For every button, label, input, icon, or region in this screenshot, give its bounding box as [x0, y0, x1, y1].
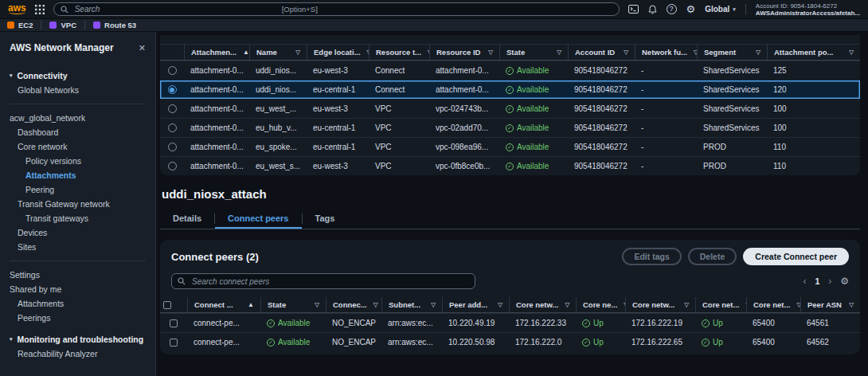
sidebar-item-attachments[interactable]: Attachments: [0, 296, 155, 311]
help-icon[interactable]: ?: [667, 4, 677, 14]
row-radio[interactable]: [168, 123, 177, 132]
sort-filter-icon[interactable]: ▽: [498, 301, 502, 308]
sort-filter-icon[interactable]: ▽: [295, 49, 300, 56]
column-header-connec[interactable]: Connec...▽: [326, 297, 381, 312]
sidebar-item-devices[interactable]: Devices: [0, 225, 155, 240]
table-row[interactable]: attachment-0...eu_west_...eu-west-3VPCvp…: [160, 99, 860, 118]
sort-filter-icon[interactable]: ▽: [684, 301, 689, 308]
column-header-core-netw[interactable]: Core netw...▽: [509, 297, 576, 312]
sort-filter-icon[interactable]: ▽: [488, 49, 493, 56]
sidebar-item-reachability-analyzer[interactable]: Reachability Analyzer: [0, 347, 155, 361]
column-header-core-ne[interactable]: Core ne...▽: [576, 297, 625, 312]
sidebar-item-core-network[interactable]: Core network: [0, 139, 155, 154]
row-checkbox[interactable]: [170, 339, 178, 347]
sidebar-item-transit-gateway-network[interactable]: Transit Gateway network: [0, 197, 155, 211]
notifications-bell-icon[interactable]: [648, 5, 657, 14]
sidebar-item-peerings[interactable]: Peerings: [0, 311, 155, 325]
column-header-edge-locati[interactable]: Edge locati...▽: [307, 45, 369, 60]
next-page-icon[interactable]: ›: [828, 276, 831, 287]
sidebar-item-dashboard[interactable]: Dashboard: [0, 125, 155, 139]
column-header-core-netw[interactable]: Core netw...▽: [625, 297, 695, 312]
column-header-core-net[interactable]: Core net...▽: [746, 297, 800, 312]
connect-peers-search-input[interactable]: [190, 276, 469, 287]
sidebar-item-settings[interactable]: Settings: [0, 268, 155, 282]
sort-filter-icon[interactable]: ▽: [315, 301, 319, 308]
sort-filter-icon[interactable]: ▽: [557, 49, 561, 56]
table-row[interactable]: connect-pe...✓AvailableNO_ENCAParn:aws:e…: [160, 313, 860, 332]
sidebar-item-policy-versions[interactable]: Policy versions: [0, 154, 155, 168]
column-header-segment[interactable]: Segment▽: [697, 45, 767, 60]
column-header-peer-asn[interactable]: Peer ASN▽: [800, 297, 860, 312]
sort-filter-icon[interactable]: ▽: [373, 301, 378, 308]
column-header-connect[interactable]: Connect ...▲: [187, 297, 260, 312]
sidebar-item-attachments[interactable]: Attachments: [0, 168, 155, 182]
cell-core-netw: 172.16.222.33: [509, 314, 576, 332]
sort-ascending-icon[interactable]: ▲: [243, 49, 249, 56]
table-row[interactable]: connect-pe...✓AvailableNO_ENCAParn:aws:e…: [160, 332, 860, 351]
favorite-ec2[interactable]: EC2: [7, 21, 41, 29]
sort-filter-icon[interactable]: ▽: [624, 49, 628, 56]
aws-logo[interactable]: aws: [8, 4, 26, 14]
sidebar-item-monitoring-and-troubleshooting[interactable]: ▾Monitoring and troubleshooting: [0, 332, 155, 347]
settings-gear-icon[interactable]: ⚙: [686, 4, 696, 14]
select-all-checkbox[interactable]: [163, 301, 171, 309]
sort-filter-icon[interactable]: ▽: [849, 301, 854, 308]
favorite-route-53[interactable]: Route 53: [84, 21, 144, 29]
column-header-attachment-po[interactable]: Attachment po...▽: [767, 45, 860, 60]
selection-column-header[interactable]: [160, 297, 187, 312]
table-row[interactable]: attachment-0...eu_west_s...eu-west-3VPCv…: [160, 156, 860, 175]
sort-filter-icon[interactable]: ▽: [431, 301, 436, 308]
prev-page-icon[interactable]: ‹: [803, 276, 806, 287]
sort-filter-icon[interactable]: ▽: [849, 49, 854, 56]
region-selector[interactable]: Global▾: [705, 5, 736, 14]
table-preferences-icon[interactable]: ⚙: [840, 276, 849, 287]
row-checkbox[interactable]: [170, 319, 178, 327]
sidebar-item-shared-by-me[interactable]: Shared by me: [0, 282, 155, 296]
global-search[interactable]: [Option+S]: [53, 2, 620, 16]
table-row[interactable]: attachment-0...uddi_nios...eu-west-3Conn…: [160, 61, 860, 80]
sort-filter-icon[interactable]: ▽: [756, 49, 760, 56]
column-header-resource-t[interactable]: Resource t...▽: [369, 45, 429, 60]
row-radio[interactable]: [168, 66, 177, 75]
row-radio[interactable]: [168, 162, 177, 170]
table-row[interactable]: attachment-0...eu_hub_v...eu-central-1VP…: [160, 118, 860, 137]
cloudshell-icon[interactable]: [628, 5, 639, 14]
column-header-state[interactable]: State▽: [260, 297, 326, 312]
column-header-state[interactable]: State▽: [499, 45, 568, 60]
column-header-resource-id[interactable]: Resource ID▽: [429, 45, 499, 60]
edit-tags-button[interactable]: Edit tags: [622, 248, 681, 265]
sidebar-item-connectivity[interactable]: ▾Connectivity: [0, 69, 155, 83]
column-header-core-net[interactable]: Core net...▽: [695, 297, 746, 312]
tab-tags[interactable]: Tags: [303, 208, 348, 229]
sidebar-item-transit-gateways[interactable]: Transit gateways: [0, 211, 155, 225]
search-input[interactable]: [73, 4, 612, 14]
column-header-subnet[interactable]: Subnet...▽: [381, 297, 442, 312]
delete-button[interactable]: Delete: [688, 248, 737, 265]
page-number[interactable]: 1: [815, 276, 819, 286]
sidebar-item-sites[interactable]: Sites: [0, 240, 155, 254]
sort-filter-icon[interactable]: ▽: [565, 301, 570, 308]
sidebar-item-peering[interactable]: Peering: [0, 182, 155, 197]
tab-details[interactable]: Details: [160, 208, 214, 229]
sidebar-item-acw-global-network[interactable]: acw_global_network: [0, 111, 155, 125]
row-radio[interactable]: [168, 85, 177, 94]
column-header-attachmen[interactable]: Attachmen...▲: [184, 45, 249, 60]
row-radio[interactable]: [168, 143, 177, 151]
sidebar-item-global-networks[interactable]: Global Networks: [0, 83, 155, 97]
favorite-vpc[interactable]: VPC: [41, 21, 84, 29]
cell-connec: NO_ENCAP: [326, 333, 381, 351]
column-header-account-id[interactable]: Account ID▽: [568, 45, 635, 60]
apps-grid-icon[interactable]: [35, 5, 45, 14]
column-header-network-fu[interactable]: Network fu...▽: [635, 45, 697, 60]
table-row[interactable]: attachment-0...uddi_nios...eu-central-1C…: [160, 80, 860, 99]
create-connect-peer-button[interactable]: Create Connect peer: [743, 248, 849, 265]
connect-peers-search[interactable]: [171, 273, 475, 289]
tab-connect-peers[interactable]: Connect peers: [215, 208, 301, 229]
account-menu[interactable]: Account ID: 9054-1804-6272 AWSAdministra…: [756, 2, 860, 17]
row-radio[interactable]: [168, 104, 177, 113]
column-header-peer-add[interactable]: Peer add...▽: [442, 297, 509, 312]
column-header-name[interactable]: Name▽: [249, 45, 307, 60]
table-row[interactable]: attachment-0...eu_spoke...eu-central-1VP…: [160, 137, 860, 156]
sort-ascending-icon[interactable]: ▲: [248, 301, 254, 308]
close-icon[interactable]: ✕: [139, 43, 146, 53]
